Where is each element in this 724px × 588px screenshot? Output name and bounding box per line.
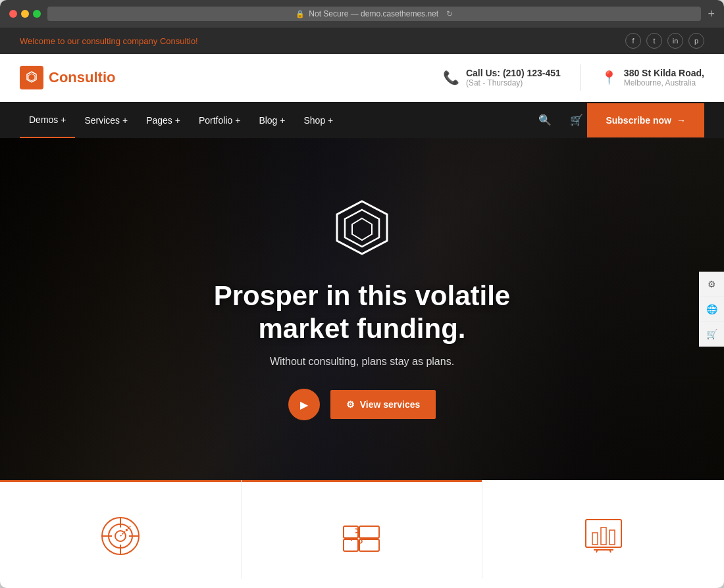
address-contact: 📍 380 St Kilda Road, Melbourne, Australi… bbox=[601, 68, 704, 87]
svg-rect-9 bbox=[344, 526, 358, 538]
subscribe-arrow: → bbox=[677, 115, 686, 126]
contact-divider bbox=[581, 64, 581, 91]
nav-items: Demos + Services + Pages + Portfolio + B… bbox=[20, 103, 528, 138]
browser-chrome: 🔒 Not Secure — demo.casethemes.net ↻ + bbox=[0, 0, 724, 28]
header-contacts: 📞 Call Us: (210) 123-451 (Sat - Thursday… bbox=[443, 64, 704, 91]
url-bar[interactable]: 🔒 Not Secure — demo.casethemes.net ↻ bbox=[47, 7, 701, 21]
hero-content: Prosper in this volatile market funding.… bbox=[188, 198, 536, 421]
social-icons: f t in p bbox=[625, 33, 704, 49]
facebook-icon[interactable]: f bbox=[625, 33, 641, 49]
phone-details: Call Us: (210) 123-451 (Sat - Thursday) bbox=[466, 68, 561, 87]
globe-tool[interactable]: 🌐 bbox=[699, 297, 724, 322]
nav-item-pages[interactable]: Pages + bbox=[137, 103, 190, 137]
hero-section: Prosper in this volatile market funding.… bbox=[0, 138, 724, 480]
play-button[interactable]: ▶ bbox=[288, 389, 320, 420]
pinterest-icon[interactable]: p bbox=[688, 33, 704, 49]
gear-icon: ⚙ bbox=[346, 399, 355, 410]
url-text: Not Secure — demo.casethemes.net bbox=[309, 9, 438, 18]
view-services-label: View services bbox=[360, 399, 421, 410]
svg-rect-14 bbox=[586, 520, 621, 547]
linkedin-icon[interactable]: in bbox=[667, 33, 683, 49]
sidebar-tools: ⚙ 🌐 🛒 bbox=[699, 272, 724, 347]
site-header: Consultio 📞 Call Us: (210) 123-451 (Sat … bbox=[0, 54, 724, 102]
phone-icon: 📞 bbox=[443, 70, 459, 86]
top-bar-welcome: Welcome to our consulting company Consul… bbox=[20, 36, 198, 46]
subscribe-button[interactable]: Subscribe now → bbox=[587, 103, 704, 137]
logo-c: C bbox=[49, 69, 59, 86]
puzzle-icon bbox=[338, 513, 384, 559]
card-analytics: ● bbox=[0, 480, 242, 579]
settings-tool[interactable]: ⚙ bbox=[699, 272, 724, 297]
cart-nav-icon[interactable]: 🛒 bbox=[566, 102, 587, 138]
address-line1: 380 St Kilda Road, bbox=[624, 68, 704, 78]
phone-number: Call Us: (210) 123-451 bbox=[466, 68, 561, 78]
hero-heading-line2: market funding. bbox=[258, 313, 465, 344]
top-bar: Welcome to our consulting company Consul… bbox=[0, 28, 724, 54]
nav-item-portfolio[interactable]: Portfolio + bbox=[190, 103, 249, 137]
logo-icon bbox=[20, 66, 43, 89]
card-chart bbox=[482, 480, 724, 579]
address-line2: Melbourne, Australia bbox=[624, 78, 704, 87]
phone-contact: 📞 Call Us: (210) 123-451 (Sat - Thursday… bbox=[443, 68, 561, 87]
search-icon[interactable]: 🔍 bbox=[534, 102, 556, 138]
twitter-icon[interactable]: t bbox=[646, 33, 662, 49]
reload-icon[interactable]: ↻ bbox=[446, 9, 453, 18]
nav-item-demos[interactable]: Demos + bbox=[20, 103, 75, 138]
hero-heading: Prosper in this volatile market funding. bbox=[214, 280, 510, 346]
browser-window: 🔒 Not Secure — demo.casethemes.net ↻ + W… bbox=[0, 0, 724, 588]
cards-row: ● bbox=[0, 480, 724, 579]
analytics-icon: ● bbox=[97, 513, 143, 559]
hero-buttons: ▶ ⚙ View services bbox=[214, 389, 510, 420]
nav-icons: 🔍 🛒 bbox=[534, 102, 587, 138]
hero-heading-line1: Prosper in this volatile bbox=[214, 280, 510, 311]
logo[interactable]: Consultio bbox=[20, 66, 115, 89]
view-services-button[interactable]: ⚙ View services bbox=[330, 390, 436, 419]
browser-dots bbox=[9, 10, 41, 18]
main-nav: Demos + Services + Pages + Portfolio + B… bbox=[0, 102, 724, 138]
nav-item-services[interactable]: Services + bbox=[75, 103, 137, 137]
fullscreen-dot[interactable] bbox=[33, 10, 41, 18]
logo-text: Consultio bbox=[49, 69, 115, 86]
chart-icon bbox=[581, 513, 627, 559]
nav-item-shop[interactable]: Shop + bbox=[294, 103, 342, 137]
brand-name: Consultio! bbox=[160, 36, 198, 46]
address-details: 380 St Kilda Road, Melbourne, Australia bbox=[624, 68, 704, 87]
new-tab-button[interactable]: + bbox=[708, 7, 715, 21]
phone-hours: (Sat - Thursday) bbox=[466, 78, 561, 87]
location-icon: 📍 bbox=[601, 70, 617, 86]
cart-tool[interactable]: 🛒 bbox=[699, 322, 724, 347]
svg-rect-15 bbox=[592, 533, 598, 545]
lock-icon: 🔒 bbox=[296, 10, 305, 18]
svg-text:●: ● bbox=[125, 527, 128, 533]
logo-svg bbox=[24, 70, 39, 85]
logo-name: onsultio bbox=[59, 69, 116, 86]
svg-rect-17 bbox=[609, 530, 615, 545]
close-dot[interactable] bbox=[9, 10, 17, 18]
minimize-dot[interactable] bbox=[21, 10, 29, 18]
hero-logo-icon bbox=[329, 198, 395, 264]
svg-rect-16 bbox=[601, 527, 606, 545]
nav-item-blog[interactable]: Blog + bbox=[249, 103, 294, 137]
card-puzzle bbox=[242, 480, 483, 579]
welcome-text: Welcome to our consulting company bbox=[20, 36, 160, 46]
subscribe-label: Subscribe now bbox=[606, 115, 671, 126]
svg-rect-11 bbox=[359, 526, 379, 538]
svg-rect-10 bbox=[344, 539, 358, 551]
hero-subheading: Without consulting, plans stay as plans. bbox=[214, 356, 510, 368]
